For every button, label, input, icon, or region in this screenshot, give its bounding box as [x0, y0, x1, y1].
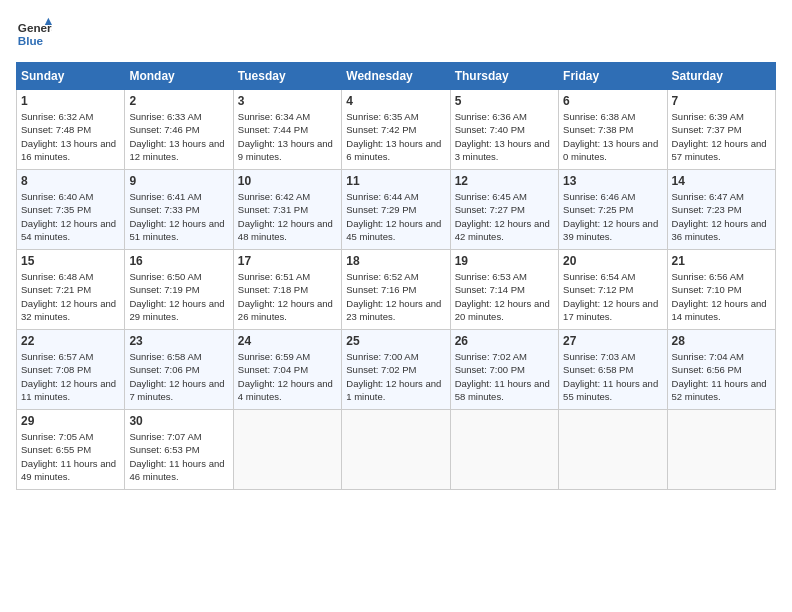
calendar-cell — [559, 410, 667, 490]
day-number: 6 — [563, 94, 662, 108]
day-detail: Sunrise: 6:44 AMSunset: 7:29 PMDaylight:… — [346, 190, 445, 243]
day-detail: Sunrise: 6:40 AMSunset: 7:35 PMDaylight:… — [21, 190, 120, 243]
day-detail: Sunrise: 6:38 AMSunset: 7:38 PMDaylight:… — [563, 110, 662, 163]
day-number: 13 — [563, 174, 662, 188]
calendar-cell — [667, 410, 775, 490]
weekday-header-monday: Monday — [125, 63, 233, 90]
day-number: 27 — [563, 334, 662, 348]
calendar-cell: 7 Sunrise: 6:39 AMSunset: 7:37 PMDayligh… — [667, 90, 775, 170]
day-detail: Sunrise: 7:02 AMSunset: 7:00 PMDaylight:… — [455, 350, 554, 403]
calendar-cell: 17 Sunrise: 6:51 AMSunset: 7:18 PMDaylig… — [233, 250, 341, 330]
calendar-cell: 30 Sunrise: 7:07 AMSunset: 6:53 PMDaylig… — [125, 410, 233, 490]
day-number: 14 — [672, 174, 771, 188]
day-detail: Sunrise: 6:39 AMSunset: 7:37 PMDaylight:… — [672, 110, 771, 163]
calendar-cell: 2 Sunrise: 6:33 AMSunset: 7:46 PMDayligh… — [125, 90, 233, 170]
day-number: 11 — [346, 174, 445, 188]
calendar-cell: 5 Sunrise: 6:36 AMSunset: 7:40 PMDayligh… — [450, 90, 558, 170]
calendar-week-3: 15 Sunrise: 6:48 AMSunset: 7:21 PMDaylig… — [17, 250, 776, 330]
calendar-cell: 25 Sunrise: 7:00 AMSunset: 7:02 PMDaylig… — [342, 330, 450, 410]
calendar-cell: 20 Sunrise: 6:54 AMSunset: 7:12 PMDaylig… — [559, 250, 667, 330]
calendar-cell: 27 Sunrise: 7:03 AMSunset: 6:58 PMDaylig… — [559, 330, 667, 410]
calendar-cell: 26 Sunrise: 7:02 AMSunset: 7:00 PMDaylig… — [450, 330, 558, 410]
calendar-cell: 11 Sunrise: 6:44 AMSunset: 7:29 PMDaylig… — [342, 170, 450, 250]
day-number: 5 — [455, 94, 554, 108]
day-detail: Sunrise: 6:57 AMSunset: 7:08 PMDaylight:… — [21, 350, 120, 403]
calendar-cell: 4 Sunrise: 6:35 AMSunset: 7:42 PMDayligh… — [342, 90, 450, 170]
logo: General Blue — [16, 16, 52, 52]
calendar-cell: 28 Sunrise: 7:04 AMSunset: 6:56 PMDaylig… — [667, 330, 775, 410]
day-detail: Sunrise: 6:33 AMSunset: 7:46 PMDaylight:… — [129, 110, 228, 163]
day-number: 16 — [129, 254, 228, 268]
day-detail: Sunrise: 7:05 AMSunset: 6:55 PMDaylight:… — [21, 430, 120, 483]
day-number: 9 — [129, 174, 228, 188]
day-detail: Sunrise: 6:46 AMSunset: 7:25 PMDaylight:… — [563, 190, 662, 243]
day-detail: Sunrise: 7:03 AMSunset: 6:58 PMDaylight:… — [563, 350, 662, 403]
calendar-cell: 21 Sunrise: 6:56 AMSunset: 7:10 PMDaylig… — [667, 250, 775, 330]
day-detail: Sunrise: 6:47 AMSunset: 7:23 PMDaylight:… — [672, 190, 771, 243]
calendar-cell: 19 Sunrise: 6:53 AMSunset: 7:14 PMDaylig… — [450, 250, 558, 330]
weekday-header-friday: Friday — [559, 63, 667, 90]
calendar-cell: 9 Sunrise: 6:41 AMSunset: 7:33 PMDayligh… — [125, 170, 233, 250]
weekday-header-wednesday: Wednesday — [342, 63, 450, 90]
calendar-cell: 24 Sunrise: 6:59 AMSunset: 7:04 PMDaylig… — [233, 330, 341, 410]
day-detail: Sunrise: 6:59 AMSunset: 7:04 PMDaylight:… — [238, 350, 337, 403]
calendar-cell: 23 Sunrise: 6:58 AMSunset: 7:06 PMDaylig… — [125, 330, 233, 410]
calendar-header: SundayMondayTuesdayWednesdayThursdayFrid… — [17, 63, 776, 90]
calendar-cell: 14 Sunrise: 6:47 AMSunset: 7:23 PMDaylig… — [667, 170, 775, 250]
day-detail: Sunrise: 6:36 AMSunset: 7:40 PMDaylight:… — [455, 110, 554, 163]
day-number: 1 — [21, 94, 120, 108]
day-number: 12 — [455, 174, 554, 188]
logo-icon: General Blue — [16, 16, 52, 52]
day-detail: Sunrise: 6:45 AMSunset: 7:27 PMDaylight:… — [455, 190, 554, 243]
day-number: 24 — [238, 334, 337, 348]
day-number: 18 — [346, 254, 445, 268]
weekday-header-thursday: Thursday — [450, 63, 558, 90]
day-number: 21 — [672, 254, 771, 268]
day-detail: Sunrise: 6:56 AMSunset: 7:10 PMDaylight:… — [672, 270, 771, 323]
day-detail: Sunrise: 6:48 AMSunset: 7:21 PMDaylight:… — [21, 270, 120, 323]
calendar-cell: 1 Sunrise: 6:32 AMSunset: 7:48 PMDayligh… — [17, 90, 125, 170]
day-detail: Sunrise: 6:51 AMSunset: 7:18 PMDaylight:… — [238, 270, 337, 323]
day-detail: Sunrise: 6:58 AMSunset: 7:06 PMDaylight:… — [129, 350, 228, 403]
day-number: 8 — [21, 174, 120, 188]
day-detail: Sunrise: 7:07 AMSunset: 6:53 PMDaylight:… — [129, 430, 228, 483]
calendar-cell — [342, 410, 450, 490]
day-number: 26 — [455, 334, 554, 348]
calendar-cell: 10 Sunrise: 6:42 AMSunset: 7:31 PMDaylig… — [233, 170, 341, 250]
calendar-cell: 16 Sunrise: 6:50 AMSunset: 7:19 PMDaylig… — [125, 250, 233, 330]
calendar-cell: 18 Sunrise: 6:52 AMSunset: 7:16 PMDaylig… — [342, 250, 450, 330]
day-detail: Sunrise: 6:54 AMSunset: 7:12 PMDaylight:… — [563, 270, 662, 323]
day-number: 25 — [346, 334, 445, 348]
day-number: 19 — [455, 254, 554, 268]
day-number: 29 — [21, 414, 120, 428]
calendar-cell: 12 Sunrise: 6:45 AMSunset: 7:27 PMDaylig… — [450, 170, 558, 250]
header: General Blue — [16, 16, 776, 52]
calendar-week-2: 8 Sunrise: 6:40 AMSunset: 7:35 PMDayligh… — [17, 170, 776, 250]
day-detail: Sunrise: 7:00 AMSunset: 7:02 PMDaylight:… — [346, 350, 445, 403]
calendar-week-4: 22 Sunrise: 6:57 AMSunset: 7:08 PMDaylig… — [17, 330, 776, 410]
day-number: 23 — [129, 334, 228, 348]
calendar-cell: 3 Sunrise: 6:34 AMSunset: 7:44 PMDayligh… — [233, 90, 341, 170]
day-number: 20 — [563, 254, 662, 268]
calendar-cell — [450, 410, 558, 490]
day-number: 28 — [672, 334, 771, 348]
day-detail: Sunrise: 7:04 AMSunset: 6:56 PMDaylight:… — [672, 350, 771, 403]
calendar-cell: 29 Sunrise: 7:05 AMSunset: 6:55 PMDaylig… — [17, 410, 125, 490]
day-number: 4 — [346, 94, 445, 108]
calendar-cell: 22 Sunrise: 6:57 AMSunset: 7:08 PMDaylig… — [17, 330, 125, 410]
calendar-cell: 15 Sunrise: 6:48 AMSunset: 7:21 PMDaylig… — [17, 250, 125, 330]
day-detail: Sunrise: 6:42 AMSunset: 7:31 PMDaylight:… — [238, 190, 337, 243]
day-detail: Sunrise: 6:50 AMSunset: 7:19 PMDaylight:… — [129, 270, 228, 323]
day-number: 17 — [238, 254, 337, 268]
weekday-header-sunday: Sunday — [17, 63, 125, 90]
day-number: 10 — [238, 174, 337, 188]
weekday-header-saturday: Saturday — [667, 63, 775, 90]
calendar-cell: 8 Sunrise: 6:40 AMSunset: 7:35 PMDayligh… — [17, 170, 125, 250]
weekday-header-tuesday: Tuesday — [233, 63, 341, 90]
calendar-week-1: 1 Sunrise: 6:32 AMSunset: 7:48 PMDayligh… — [17, 90, 776, 170]
day-detail: Sunrise: 6:32 AMSunset: 7:48 PMDaylight:… — [21, 110, 120, 163]
calendar-week-5: 29 Sunrise: 7:05 AMSunset: 6:55 PMDaylig… — [17, 410, 776, 490]
day-detail: Sunrise: 6:52 AMSunset: 7:16 PMDaylight:… — [346, 270, 445, 323]
day-number: 22 — [21, 334, 120, 348]
day-detail: Sunrise: 6:53 AMSunset: 7:14 PMDaylight:… — [455, 270, 554, 323]
